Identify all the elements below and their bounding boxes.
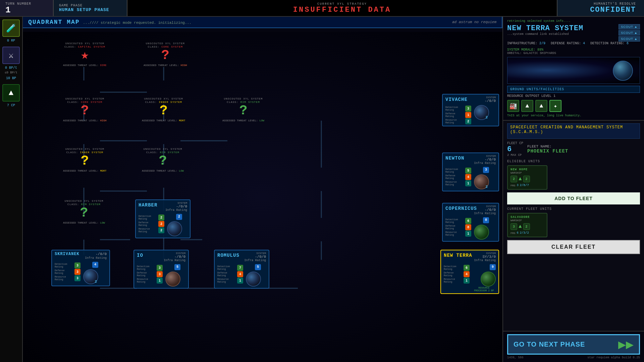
scout-btn-1[interactable]: SCOUT ▲ bbox=[619, 24, 640, 29]
question-mark-5: ? bbox=[239, 104, 247, 118]
question-mark-8: ? bbox=[80, 206, 88, 220]
map-title: QUADRANT MAP bbox=[28, 19, 80, 25]
bp-value: 10 BP bbox=[6, 76, 16, 80]
unscouted-system-rim-2[interactable]: UNSCOUTED XYL SYSTEM CLASS: RIM SYSTEM ?… bbox=[222, 97, 264, 122]
humanity-box: HUMANITY'S RESOLVE CONFIDENT bbox=[557, 0, 644, 16]
newton-system[interactable]: NEWTON SYSTEM -/0/0 Infra Rating Detecti… bbox=[442, 153, 499, 191]
romulus-planet bbox=[246, 272, 261, 287]
flask-icon-btn[interactable]: 🧪 bbox=[2, 19, 20, 37]
io-system[interactable]: IO SYSTEM -/0/0 Infra Rating Detection R… bbox=[133, 250, 189, 289]
detection-val: 6 bbox=[627, 42, 629, 45]
system-orbital: ORBITAL: GALACTIC SHIPYARDS bbox=[507, 52, 640, 55]
build-info: 1439, 586 star requiem alpha build 0.25 bbox=[507, 356, 640, 359]
map-title-group: QUADRANT MAP ...//// strategic mode requ… bbox=[28, 19, 192, 25]
vivache-resource: 2 bbox=[465, 118, 471, 124]
question-mark-3: ? bbox=[81, 104, 89, 118]
add-fleet-btn[interactable]: ADD TO FLEET bbox=[507, 192, 640, 204]
humanity-value: CONFIDENT bbox=[590, 6, 636, 14]
rp-value: 0 RP bbox=[7, 39, 15, 43]
map-area: QUADRANT MAP ...//// strategic mode requ… bbox=[23, 17, 503, 362]
scams-panel: SPACEFLEET CREATION AND MANAGEMENT SYSTE… bbox=[503, 121, 644, 331]
threat-2: HIGH bbox=[180, 64, 187, 67]
go-next-btn[interactable]: GO TO NEXT PHASE ▶▶ bbox=[507, 334, 640, 355]
starfield: UNSCOUTED XYL SYSTEM CLASS: CAPITAL SYST… bbox=[23, 32, 502, 362]
map-subtitle: ...//// strategic mode requested. initia… bbox=[83, 21, 191, 25]
current-unit-card[interactable]: SALVADORE WARSHIP 3 ▲ 2 FRG 6 2/3/2 bbox=[507, 213, 547, 237]
vivache-system[interactable]: VIVACHE SYSTEM -/0/0 Detection Rating 3 … bbox=[442, 94, 499, 126]
io-planet bbox=[165, 272, 180, 287]
unscouted-system-capital[interactable]: UNSCOUTED XYL SYSTEM CLASS: CAPITAL SYST… bbox=[63, 42, 107, 67]
map-tagline: ad astrum no requiem bbox=[452, 20, 496, 24]
question-mark-7: ? bbox=[159, 155, 167, 168]
facility-icon-3[interactable]: ▲ bbox=[535, 100, 547, 112]
go-next-panel: GO TO NEXT PHASE ▶▶ 1439, 586 star requi… bbox=[503, 331, 644, 362]
flask-symbol: 🧪 bbox=[6, 23, 16, 33]
unscouted-system-inner-2[interactable]: UNSCOUTED XYL SYSTEM CLASS: INNER SYSTEM… bbox=[142, 97, 185, 122]
system-morale: SYSTEM MORALE: 89% bbox=[507, 48, 640, 52]
system-info-panel: retrieving selected system info.... NEW … bbox=[503, 17, 644, 121]
scout-btn-2[interactable]: SCOUT ▲ bbox=[619, 30, 640, 36]
question-mark-6: ? bbox=[81, 155, 89, 168]
go-next-arrow: ▶▶ bbox=[618, 339, 634, 350]
strategy-box: CURRENT XYL STRATEGY INSUFFICIENT DATA bbox=[127, 0, 557, 16]
harber-system[interactable]: HARBER SYSTEM -/0/0 Infra Rating Detecti… bbox=[135, 199, 191, 238]
facility-icon-2[interactable]: ▲ bbox=[521, 100, 533, 112]
sword-icon-btn[interactable]: ⚔ bbox=[2, 47, 20, 64]
map-header: QUADRANT MAP ...//// strategic mode requ… bbox=[23, 17, 502, 28]
eligible-unit-card[interactable]: NEW HOPE WARSHIP 2 ▲ 2 FRG 3 2/8/7 bbox=[507, 165, 547, 190]
vivache-name: VIVACHE bbox=[445, 97, 468, 102]
tais-text: TAIS at your service, long live humanity… bbox=[507, 114, 640, 117]
facility-icon-1[interactable]: 🏭 bbox=[507, 100, 519, 112]
bpt-value: 0 BP/t bbox=[5, 66, 17, 70]
unscouted-label-1: UNSCOUTED XYL SYSTEM bbox=[64, 42, 105, 45]
vivache-score: -/0/0 bbox=[485, 99, 496, 103]
unscouted-system-rim-4[interactable]: UNSCOUTED XYL SYSTEM CLASS: RIM SYSTEM ?… bbox=[63, 199, 105, 224]
scout-btn-3[interactable]: SCOUT ▲ bbox=[619, 36, 640, 42]
sword-symbol: ⚔ bbox=[9, 51, 13, 60]
fleet-row: FLEET CP 6 2 MAX CP FLEET NAME: PHOENIX … bbox=[507, 141, 640, 157]
facility-icon-4[interactable]: ✦ bbox=[549, 100, 561, 112]
copernicus-planet bbox=[474, 225, 489, 240]
strategy-label: CURRENT XYL STRATEGY bbox=[317, 2, 367, 6]
resource-outpost: RESOURCE OUTPOST LEVEL 1 bbox=[507, 94, 640, 98]
cp-symbol: ▲ bbox=[9, 88, 13, 98]
system-planet-img bbox=[613, 61, 633, 81]
ground-units-label: GROUND UNITS/FACILITIES bbox=[510, 87, 637, 91]
game-phase-value: HUMAN SETUP PHASE bbox=[59, 7, 121, 12]
game-phase-box: GAME PHASE HUMAN SETUP PHASE bbox=[54, 0, 127, 16]
harber-name: HARBER bbox=[139, 202, 157, 208]
top-bar: TURN NUMBER 1 GAME PHASE HUMAN SETUP PHA… bbox=[0, 0, 644, 17]
clear-fleet-btn[interactable]: CLEAR FLEET bbox=[507, 240, 640, 254]
humanity-label: HUMANITY'S RESOLVE bbox=[594, 2, 636, 6]
facility-icons: 🏭 ▲ ▲ ✦ bbox=[507, 100, 640, 112]
current-fleet-label: CURRENT FLEET UNITS bbox=[507, 207, 640, 211]
scout-buttons: SCOUT ▲ SCOUT ▲ SCOUT ▲ bbox=[619, 24, 640, 42]
system-info-name: NEW TERRA SYSTEM bbox=[507, 24, 583, 33]
skrivanek-system[interactable]: SKRIVANEK -/0/0 Infra Rating Detection R… bbox=[51, 250, 110, 286]
retrieving-text: retrieving selected system info.... bbox=[507, 19, 640, 23]
unscouted-system-core-top[interactable]: UNSCOUTED XYL SYSTEM CLASS: CORE SYSTEM … bbox=[144, 42, 187, 67]
romulus-system[interactable]: ROMULUS SYSTEM -/0/0 Infra Rating Detect… bbox=[214, 250, 269, 289]
harber-planet bbox=[167, 221, 182, 236]
main-layout: 🧪 0 RP ⚔ 0 BP/t ≤0 BP/t 10 BP ▲ 7 CP QUA… bbox=[0, 17, 644, 362]
unscouted-system-inner-3[interactable]: UNSCOUTED XYL SYSTEM CLASS: INNER SYSTEM… bbox=[63, 147, 107, 172]
unscouted-system-core-2[interactable]: UNSCOUTED XYL SYSTEM CLASS: CORE SYSTEM … bbox=[63, 97, 107, 122]
unscouted-system-rim-3[interactable]: UNSCOUTED XYL SYSTEM CLASS: RIM SYSTEM ?… bbox=[142, 147, 184, 172]
defense-val: 4 bbox=[583, 42, 585, 45]
infra-val: 2/9 bbox=[539, 42, 545, 45]
new-terra-system[interactable]: NEW TERRA SYSTEM SY/3/0 Infra Rating Det… bbox=[440, 250, 499, 294]
go-next-text: GO TO NEXT PHASE bbox=[514, 341, 585, 348]
question-mark-1: ★ bbox=[81, 49, 89, 62]
vivache-planet-num: 2 bbox=[485, 115, 488, 119]
right-panel: retrieving selected system info.... NEW … bbox=[503, 17, 644, 362]
vivache-defense: 1 bbox=[465, 112, 471, 118]
cp-icon-btn[interactable]: ▲ bbox=[2, 84, 20, 102]
turn-label: TURN NUMBER bbox=[5, 2, 48, 6]
cp-value: 7 CP bbox=[7, 104, 15, 107]
vivache-detect: 3 bbox=[465, 106, 471, 112]
question-mark-4: ? bbox=[160, 104, 168, 118]
copernicus-system[interactable]: COPERNICUS SYSTEM -/0/0 Infra Rating Det… bbox=[442, 203, 499, 242]
new-terra-planet bbox=[481, 272, 496, 287]
newton-name: NEWTON bbox=[445, 156, 464, 161]
question-mark-2: ? bbox=[161, 49, 169, 62]
